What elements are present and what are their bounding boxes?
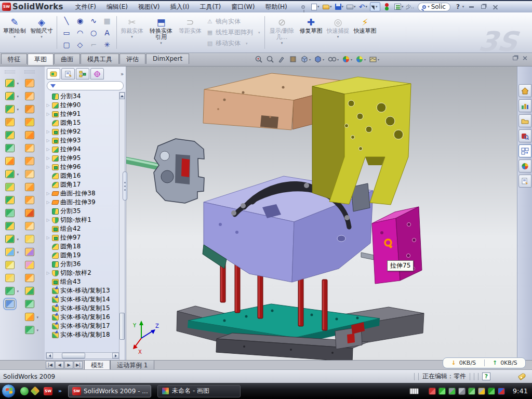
- feature-tree-item[interactable]: 拉伸96: [46, 163, 118, 171]
- split-line-icon[interactable]: [25, 313, 34, 321]
- menu-item[interactable]: 文件(F): [71, 2, 101, 12]
- planar-surface-icon[interactable]: [25, 144, 34, 152]
- last-tab-button[interactable]: ▶|: [74, 361, 83, 369]
- expand-arrow-icon[interactable]: [46, 271, 50, 275]
- health-shield-icon-icon[interactable]: [488, 388, 495, 395]
- messenger-quicklaunch-icon[interactable]: [20, 387, 29, 395]
- view-palette-tab[interactable]: [518, 144, 531, 157]
- design-library-tab[interactable]: [518, 99, 531, 112]
- smart-dimension-button[interactable]: ◈ 智能尺寸▾: [29, 14, 55, 51]
- security-shield-icon-icon[interactable]: [438, 388, 446, 395]
- feature-tree-item[interactable]: 圆角19: [46, 251, 118, 260]
- feature-tree-item[interactable]: 实体-移动/复制14: [46, 295, 118, 304]
- surface-sweep-icon[interactable]: [25, 105, 34, 113]
- new-document-button[interactable]: ▾: [310, 2, 321, 11]
- custom-properties-tab[interactable]: [518, 175, 531, 188]
- view-settings-icon[interactable]: ▾: [368, 55, 380, 64]
- doc-close-button[interactable]: [522, 55, 528, 61]
- feature-tree-item[interactable]: 拉伸93: [46, 136, 118, 145]
- configurationmanager-tab[interactable]: [76, 68, 89, 79]
- ribbon-tab[interactable]: 曲面: [54, 54, 80, 64]
- sketch-entity-button[interactable]: ▦: [100, 15, 114, 26]
- offset-surface-icon[interactable]: [25, 157, 34, 165]
- sketch-entity-button[interactable]: ◠: [73, 26, 87, 38]
- offset-entities-button[interactable]: ⊃ 等距实体: [177, 14, 203, 51]
- tags-icon[interactable]: [518, 373, 527, 380]
- sketch-entity-button[interactable]: ╲: [60, 15, 73, 26]
- section-view-icon[interactable]: [288, 55, 298, 64]
- ribbon-tab[interactable]: 模具工具: [81, 54, 119, 64]
- expand-arrow-icon[interactable]: [46, 103, 50, 108]
- dynamic-assembly-icon[interactable]: [276, 55, 287, 64]
- sketch-entity-button[interactable]: ∿: [87, 15, 100, 26]
- feature-tree-item[interactable]: 圆角15: [46, 118, 118, 127]
- sketch-entity-button[interactable]: ○: [87, 26, 100, 38]
- tree-filter-input[interactable]: [58, 82, 110, 90]
- zoom-area-icon[interactable]: [265, 55, 275, 64]
- feature-tree-item[interactable]: 切除-放样1: [46, 216, 118, 224]
- helix-icon[interactable]: [25, 326, 34, 334]
- menu-item[interactable]: 编辑(E): [102, 2, 132, 12]
- expand-arrow-icon[interactable]: [46, 156, 50, 161]
- options-button[interactable]: ▾: [394, 2, 404, 11]
- scroll-left-button[interactable]: [46, 353, 53, 358]
- apply-scene-icon[interactable]: ▾: [354, 55, 367, 64]
- taskbar-task-paint[interactable]: 未命名 - 画图: [157, 385, 241, 397]
- surface-fill-icon[interactable]: [25, 131, 34, 139]
- panel-splitter-handle[interactable]: [123, 171, 127, 201]
- quick-tips-help-button[interactable]: ?: [482, 373, 490, 380]
- view-orientation-icon[interactable]: ▾: [299, 55, 312, 64]
- linear-sketch-pattern-button[interactable]: ▦ 线性草图阵列▾: [205, 28, 262, 37]
- pin-icon[interactable]: [298, 2, 309, 11]
- feature-tree-item[interactable]: 分割34: [46, 92, 118, 101]
- file-explorer-tab[interactable]: [518, 114, 531, 127]
- parting-surface-icon[interactable]: [25, 261, 34, 269]
- expand-arrow-icon[interactable]: [46, 191, 50, 196]
- feature-tree-item[interactable]: 圆角16: [46, 171, 118, 180]
- feature-tree-item[interactable]: 组合43: [46, 277, 118, 286]
- scroll-right-button[interactable]: [112, 353, 119, 358]
- hide-show-items-icon[interactable]: ▾: [326, 55, 340, 64]
- feature-tree-item[interactable]: 分割36: [46, 260, 118, 269]
- feature-tree-item[interactable]: 拉伸90: [46, 101, 118, 110]
- expand-arrow-icon[interactable]: [46, 200, 50, 205]
- replace-face-icon[interactable]: [25, 222, 34, 230]
- ruled-surface-icon[interactable]: [25, 170, 34, 178]
- mirror-entities-button[interactable]: ⚠ 镜向实体: [205, 17, 262, 26]
- linear-pattern-icon[interactable]: [5, 170, 15, 178]
- expand-arrow-icon[interactable]: [46, 138, 50, 143]
- cavity-icon[interactable]: [25, 300, 34, 308]
- feature-tree-item[interactable]: 切除-放样2: [46, 269, 118, 277]
- shut-off-surface-icon[interactable]: [25, 248, 34, 256]
- feature-tree-item[interactable]: 实体-移动/复制13: [46, 286, 118, 295]
- fillet-icon[interactable]: [5, 105, 15, 113]
- edit-appearance-icon[interactable]: ▾: [341, 55, 353, 64]
- feature-tree-item[interactable]: 拉伸95: [46, 154, 118, 163]
- feature-tree-item[interactable]: 实体-移动/复制15: [46, 304, 118, 313]
- first-tab-button[interactable]: |◀: [46, 361, 55, 369]
- scroll-up-button[interactable]: [119, 92, 125, 99]
- feature-tree-item[interactable]: 实体-移动/复制16: [46, 313, 118, 322]
- open-button[interactable]: ▾: [322, 2, 332, 11]
- display-delete-relations-button[interactable]: ⊘ 显示/删除几...▾: [267, 14, 297, 51]
- menu-item[interactable]: 插入(I): [166, 2, 194, 12]
- core-icon[interactable]: [25, 287, 34, 295]
- feature-tree-item[interactable]: 曲面-拉伸39: [46, 198, 118, 207]
- panel-overflow-button[interactable]: »: [121, 71, 124, 77]
- measure-icon[interactable]: [5, 300, 15, 308]
- app-close-button[interactable]: [491, 3, 500, 11]
- app-minimize-button[interactable]: [467, 3, 476, 11]
- feature-tree-item[interactable]: 拉伸91: [46, 110, 118, 118]
- convert-entities-button[interactable]: ⬒ 转换实体引用▾: [146, 14, 176, 51]
- side-insert-block[interactable]: [372, 207, 422, 284]
- menu-item[interactable]: 视图(V): [134, 2, 165, 12]
- rib-icon[interactable]: [5, 183, 15, 191]
- expand-arrow-icon[interactable]: [46, 147, 50, 152]
- ribbon-tab[interactable]: 评估: [119, 54, 145, 64]
- solidworks-quicklaunch-icon[interactable]: SW: [44, 387, 52, 395]
- scrollbar-thumb[interactable]: [119, 313, 125, 340]
- reference-geometry-icon[interactable]: [5, 248, 15, 256]
- next-tab-button[interactable]: ▶: [64, 361, 73, 369]
- draft-icon[interactable]: [5, 196, 15, 204]
- lofted-boss-icon[interactable]: [5, 131, 15, 139]
